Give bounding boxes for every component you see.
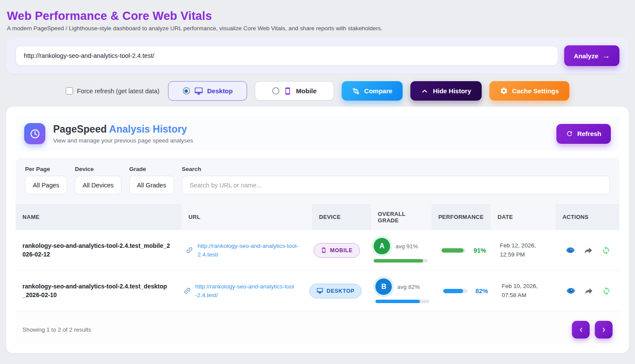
hide-history-button-label: Hide History [433, 87, 471, 95]
table-header: Name URL Device Overall Grade Performanc… [16, 204, 619, 230]
hide-history-button[interactable]: Hide History [410, 81, 481, 101]
desktop-icon [317, 288, 323, 294]
share-icon [584, 246, 593, 255]
grade-average: avg 91% [395, 243, 418, 250]
gear-icon [500, 87, 508, 95]
clock-icon [24, 123, 45, 144]
compare-button-label: Compare [364, 87, 392, 95]
filters-row: Per Page All Pages Device All Devices Gr… [16, 158, 619, 204]
filter-per-page: Per Page All Pages [25, 166, 67, 194]
analysis-date: Feb 12, 2026, 12:59 PM [500, 241, 549, 259]
grade-progress-bar [375, 300, 429, 303]
device-badge-desktop: DESKTOP [309, 284, 362, 298]
chevron-left-icon [578, 326, 584, 333]
history-title-block: PageSpeed Analysis History View and mana… [53, 123, 193, 144]
chevron-up-icon [421, 87, 429, 95]
history-title: PageSpeed Analysis History [53, 123, 193, 135]
eye-icon [566, 246, 575, 255]
pagination [572, 321, 613, 339]
performance-progress-bar [443, 289, 467, 293]
history-card-header: PageSpeed Analysis History View and mana… [16, 116, 619, 151]
url-input[interactable] [16, 46, 558, 66]
refresh-icon [566, 130, 573, 137]
share-icon [584, 287, 593, 295]
eye-icon [566, 286, 575, 295]
per-page-select[interactable]: All Pages [25, 176, 67, 194]
history-title-primary: PageSpeed [53, 123, 107, 135]
analyze-button[interactable]: Analyze → [564, 45, 619, 66]
table-row: rankology-seo-and-analytics-tool-2.4.tes… [16, 230, 619, 271]
grade-select[interactable]: All Grades [129, 176, 174, 194]
column-header-overall-grade: Overall Grade [371, 204, 432, 230]
desktop-icon [194, 87, 203, 95]
page-root: Web Performance & Core Web Vitals A mode… [0, 0, 635, 353]
grade-progress-bar [374, 259, 428, 263]
view-report-button[interactable] [566, 246, 575, 255]
cache-settings-button-label: Cache Settings [512, 87, 559, 95]
link-icon [181, 285, 193, 297]
analyze-button-label: Analyze [574, 52, 598, 60]
force-refresh-checkbox[interactable] [66, 87, 73, 95]
sync-icon [602, 246, 610, 255]
column-header-date: Date [491, 204, 556, 230]
performance-progress-bar [441, 248, 466, 253]
search-input[interactable] [182, 176, 610, 194]
device-toggle-desktop[interactable]: Desktop [168, 81, 247, 101]
device-badge-mobile: MOBILE [314, 243, 360, 258]
column-header-actions: Actions [556, 204, 619, 230]
column-header-device: Device [312, 204, 371, 230]
device-toggle-mobile[interactable]: Mobile [255, 81, 334, 101]
history-subtitle: View and manage your previous page speed… [53, 137, 193, 144]
radio-unselected-icon [272, 87, 279, 95]
refresh-button[interactable]: Refresh [556, 124, 611, 144]
refresh-button-label: Refresh [577, 130, 601, 137]
cache-settings-button[interactable]: Cache Settings [489, 81, 569, 101]
grade-badge: A [374, 238, 390, 254]
history-title-accent: Analysis History [109, 123, 187, 135]
filter-grade-label: Grade [129, 166, 174, 172]
filter-per-page-label: Per Page [25, 166, 67, 172]
force-refresh-label: Force refresh (get latest data) [77, 88, 159, 95]
controls-row: Force refresh (get latest data) Desktop … [6, 74, 629, 107]
chevron-right-icon [600, 326, 607, 333]
share-button[interactable] [584, 287, 593, 295]
sync-icon [602, 287, 611, 295]
analysis-url-link[interactable]: http://rankology-seo-and-analytics-tool-… [195, 282, 295, 299]
filter-device: Device All Devices [75, 166, 121, 194]
analysis-name: rankology-seo-and-analytics-tool-2.4.tes… [22, 242, 171, 259]
performance-value: 82% [475, 288, 488, 294]
view-report-button[interactable] [566, 286, 575, 295]
link-icon [184, 244, 195, 256]
filter-device-label: Device [75, 166, 121, 172]
filter-grade: Grade All Grades [129, 166, 174, 194]
arrow-right-icon: → [602, 51, 610, 60]
grade-average: avg 82% [397, 284, 420, 290]
page-title: Web Performance & Core Web Vitals [7, 9, 627, 23]
analyze-panel: Analyze → [6, 38, 629, 74]
analysis-name: rankology-seo-and-analytics-tool-2.4.tes… [22, 282, 169, 299]
compare-button[interactable]: Compare [342, 81, 403, 101]
mobile-icon [321, 247, 327, 253]
device-select[interactable]: All Devices [75, 176, 121, 194]
share-button[interactable] [584, 246, 593, 255]
analysis-url-link[interactable]: http://rankology-seo-and-analytics-tool-… [197, 242, 300, 259]
next-page-button[interactable] [595, 321, 613, 339]
column-header-url: URL [181, 204, 312, 230]
mobile-icon [284, 87, 292, 95]
reanalyze-button[interactable] [602, 246, 610, 255]
force-refresh-control[interactable]: Force refresh (get latest data) [66, 87, 159, 95]
analysis-date: Feb 10, 2026, 07:58 AM [502, 282, 551, 300]
page-header: Web Performance & Core Web Vitals A mode… [6, 6, 629, 38]
filter-search: Search [182, 166, 610, 194]
device-toggle-mobile-label: Mobile [296, 87, 317, 95]
previous-page-button[interactable] [572, 321, 590, 339]
reanalyze-button[interactable] [602, 287, 611, 295]
device-badge-label: DESKTOP [327, 288, 354, 294]
page-subtitle: A modern PageSpeed / Lighthouse-style da… [7, 25, 627, 32]
column-header-performance: Performance [432, 204, 491, 230]
table-row: rankology-seo-and-analytics-tool-2.4.tes… [16, 271, 619, 311]
device-badge-label: MOBILE [330, 247, 352, 253]
table-footer: Showing 1 to 2 of 2 results [16, 311, 619, 344]
compare-icon [352, 87, 360, 95]
radio-selected-icon [183, 87, 190, 95]
